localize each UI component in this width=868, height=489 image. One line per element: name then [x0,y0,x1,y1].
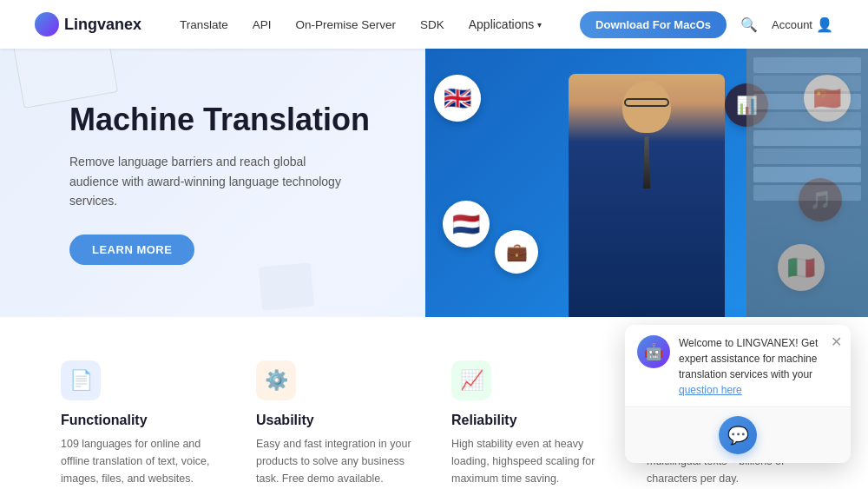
nav-right: Download For MacOs 🔍 Account 👤 [580,11,833,38]
chat-avatar: 🤖 [637,335,670,368]
hero-section: Machine Translation Remove language barr… [0,49,868,317]
server-row [753,149,861,164]
account-icon: 👤 [816,17,833,33]
account-label: Account [772,18,812,31]
person-glasses [624,98,669,107]
flag-nl: 🇳🇱 [443,201,490,248]
reliability-title: Reliability [451,413,612,428]
chat-link[interactable]: question here [679,384,742,396]
functionality-desc: 109 languages for online and offline tra… [61,435,221,487]
nav-links: Translate API On-Premise Server SDK Appl… [180,17,542,31]
deco-shape-bl [259,263,314,311]
functionality-icon: 📄 [61,360,101,400]
chevron-down-icon: ▾ [537,20,542,30]
server-row [753,167,861,182]
hero-title: Machine Translation [69,101,391,138]
hero-subtitle: Remove language barriers and reach globa… [69,152,347,210]
reliability-desc: High stability even at heavy loading, hi… [451,435,612,487]
usability-title: Usability [256,413,417,428]
nav-sdk[interactable]: SDK [420,18,444,31]
nav-on-premise[interactable]: On-Premise Server [295,18,396,31]
flag-uk: 🇬🇧 [434,75,481,122]
person-figure [569,74,725,317]
nav-applications[interactable]: Applications ▾ [469,17,542,31]
person-tie [641,136,652,188]
nav-logo[interactable]: Lingvanex [35,12,141,36]
search-icon[interactable]: 🔍 [740,17,758,33]
server-row [753,112,861,128]
nav-translate[interactable]: Translate [180,18,228,31]
usability-desc: Easy and fast integration in your produc… [256,435,417,487]
nav-api[interactable]: API [253,18,272,31]
server-rack [746,49,868,317]
feature-functionality: 📄 Functionality 109 languages for online… [52,360,230,487]
chat-greeting-text: Welcome to LINGVANEX! Get expert assista… [679,335,838,398]
reliability-icon: 📈 [451,360,491,400]
functionality-title: Functionality [61,413,221,428]
learn-more-button[interactable]: LEARN MORE [69,235,194,265]
logo-text: Lingvanex [64,16,141,34]
feature-reliability: 📈 Reliability High stability even at hea… [443,360,621,487]
navbar: Lingvanex Translate API On-Premise Serve… [0,0,868,49]
download-button[interactable]: Download For MacOs [580,11,727,38]
feature-usability: ⚙️ Usability Easy and fast integration i… [247,360,425,487]
chat-close-button[interactable]: ✕ [831,334,842,350]
server-row [753,94,861,109]
usability-icon: ⚙️ [256,360,296,400]
person-head [622,81,671,133]
server-row [753,57,861,73]
chat-widget: ✕ 🤖 Welcome to LINGVANEX! Get expert ass… [625,325,851,463]
account-menu[interactable]: Account 👤 [772,17,833,33]
hero-visual: 🇬🇧 🇳🇱 🇨🇳 🇮🇹 📊 🎵 💼 [425,49,868,317]
chat-avatar-row: 🤖 Welcome to LINGVANEX! Get expert assis… [637,335,838,398]
server-row [753,76,861,91]
nav-applications-label: Applications [469,17,535,31]
chat-footer: 💬 [625,407,851,463]
logo-icon [35,12,59,36]
hero-person [534,65,760,317]
chat-header: ✕ 🤖 Welcome to LINGVANEX! Get expert ass… [625,325,851,407]
server-row [753,185,861,201]
server-row [753,130,861,146]
chat-send-button[interactable]: 💬 [719,416,757,454]
